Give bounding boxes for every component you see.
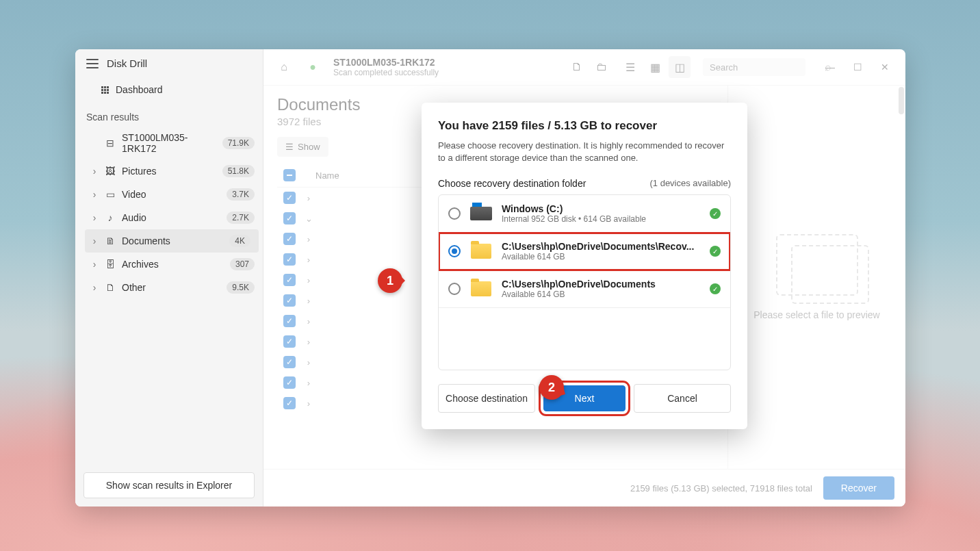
sidebar-item-video[interactable]: › ▭ Video 3.7K: [81, 183, 263, 206]
destination-documents-folder[interactable]: C:\Users\hp\OneDrive\Documents Available…: [439, 270, 730, 308]
radio-unselected[interactable]: [448, 207, 461, 220]
destination-recov-folder[interactable]: C:\Users\hp\OneDrive\Documents\Recov... …: [439, 233, 730, 270]
sidebar-item-label: Dashboard: [116, 84, 163, 95]
sidebar: Disk Drill Dashboard Scan results ⊟ ST10…: [75, 49, 263, 507]
sidebar-item-documents[interactable]: › 🗎 Documents 4K: [85, 229, 259, 253]
chevron-right-icon: ›: [90, 282, 99, 293]
show-in-explorer-button[interactable]: Show scan results in Explorer: [83, 472, 255, 498]
modal-title: You have 2159 files / 5.13 GB to recover: [438, 119, 731, 133]
other-icon: 🗋: [104, 282, 116, 293]
destination-list: Windows (C:) Internal 952 GB disk • 614 …: [438, 194, 731, 370]
destination-section-label: Choose recovery destination folder: [438, 178, 586, 189]
scan-results-label: Scan results: [75, 102, 263, 127]
chevron-right-icon: ›: [90, 259, 99, 270]
main-area: ⌂ ● ST1000LM035-1RK172 Scan completed su…: [263, 49, 905, 507]
sidebar-item-dashboard[interactable]: Dashboard: [75, 77, 263, 102]
pictures-icon: 🖼: [104, 166, 116, 177]
drive-badge: 71.9K: [222, 137, 255, 149]
callout-1: 1: [378, 268, 402, 293]
check-icon: ✓: [710, 283, 721, 294]
drive-icon: [470, 207, 492, 220]
radio-unselected[interactable]: [448, 283, 461, 295]
dashboard-icon: [101, 86, 109, 94]
modal-overlay: You have 2159 files / 5.13 GB to recover…: [263, 49, 905, 507]
check-icon: ✓: [710, 208, 721, 219]
sidebar-drive[interactable]: ⊟ ST1000LM035-1RK172 71.9K: [81, 127, 263, 159]
choose-destination-button[interactable]: Choose destination: [438, 384, 535, 413]
drive-icon: ⊟: [104, 138, 116, 149]
chevron-right-icon: ›: [90, 189, 99, 200]
sidebar-item-pictures[interactable]: › 🖼 Pictures 51.8K: [81, 159, 263, 183]
sidebar-item-audio[interactable]: › ♪ Audio 2.7K: [81, 206, 263, 229]
menu-icon[interactable]: [86, 59, 99, 68]
chevron-right-icon: ›: [90, 166, 99, 177]
drive-name: ST1000LM035-1RK172: [122, 132, 217, 154]
sidebar-item-other[interactable]: › 🗋 Other 9.5K: [81, 276, 263, 299]
app-title: Disk Drill: [107, 57, 147, 69]
cancel-button[interactable]: Cancel: [634, 384, 731, 413]
app-window: Disk Drill Dashboard Scan results ⊟ ST10…: [75, 49, 905, 507]
documents-icon: 🗎: [104, 235, 116, 246]
chevron-right-icon: ›: [90, 235, 99, 246]
modal-description: Please choose recovery destination. It i…: [438, 140, 731, 164]
destination-windows-c[interactable]: Windows (C:) Internal 952 GB disk • 614 …: [439, 195, 730, 233]
radio-selected[interactable]: [448, 245, 461, 257]
devices-available-label: (1 devices available): [649, 178, 731, 189]
video-icon: ▭: [104, 189, 116, 200]
archives-icon: 🗄: [104, 259, 116, 270]
sidebar-item-archives[interactable]: › 🗄 Archives 307: [81, 253, 263, 276]
folder-icon: [471, 281, 491, 296]
recovery-destination-modal: You have 2159 files / 5.13 GB to recover…: [422, 103, 747, 429]
folder-icon: [471, 244, 491, 259]
callout-2: 2: [539, 375, 564, 400]
chevron-right-icon: ›: [90, 212, 99, 223]
check-icon: ✓: [710, 246, 721, 257]
audio-icon: ♪: [104, 212, 116, 223]
